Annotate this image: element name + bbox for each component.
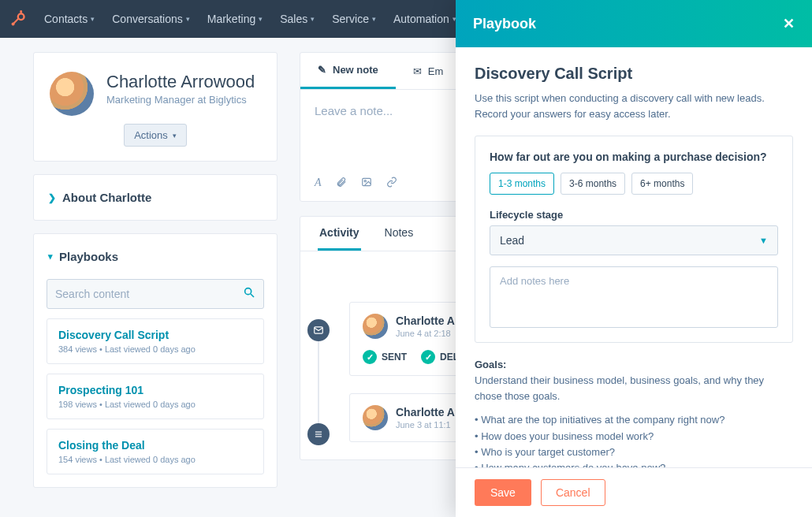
playbook-title: Prospecting 101 <box>58 384 252 396</box>
goals-body: Understand their business model, busines… <box>475 374 764 402</box>
nav-marketing[interactable]: Marketing▾ <box>199 0 270 38</box>
svg-point-8 <box>364 180 366 182</box>
playbook-item[interactable]: Prospecting 101 198 views • Last viewed … <box>47 374 264 419</box>
tab-label: Em <box>428 65 444 77</box>
select-value: Lead <box>500 234 524 247</box>
answer-pill[interactable]: 1-3 months <box>490 173 554 195</box>
playbook-meta: 198 views • Last viewed 0 days ago <box>58 400 252 409</box>
badge-label: SENT <box>382 351 407 363</box>
chevron-down-icon: ▾ <box>186 15 190 23</box>
nav-label: Sales <box>280 13 307 25</box>
status-badge: ✓ DEL <box>421 350 459 364</box>
answer-pill[interactable]: 6+ months <box>631 173 693 195</box>
actions-button[interactable]: Actions ▾ <box>124 124 187 147</box>
avatar <box>363 314 388 339</box>
chevron-right-icon: ❯ <box>48 192 56 203</box>
check-icon: ✓ <box>363 350 377 364</box>
chevron-down-icon: ▾ <box>259 15 263 23</box>
drawer-header: Playbook ✕ <box>456 0 812 47</box>
save-button[interactable]: Save <box>475 479 531 506</box>
nav-conversations[interactable]: Conversations▾ <box>104 0 198 38</box>
envelope-icon <box>307 319 330 341</box>
contact-name: Charlotte Arrowood <box>106 72 255 92</box>
envelope-icon: ✉ <box>413 65 422 77</box>
chevron-down-icon: ▼ <box>759 236 768 245</box>
text-format-icon[interactable]: A <box>315 177 322 190</box>
pencil-icon: ✎ <box>318 64 326 76</box>
about-heading: About Charlotte <box>62 191 151 204</box>
tab-email[interactable]: ✉ Em <box>396 53 461 89</box>
contact-avatar <box>50 72 94 116</box>
playbooks-card: ▾ Playbooks Discovery Call Script 384 vi… <box>33 233 277 488</box>
playbook-drawer: Playbook ✕ Discovery Call Script Use thi… <box>456 0 812 517</box>
playbook-description: Use this script when conducting a discov… <box>475 91 793 121</box>
check-icon: ✓ <box>421 350 435 364</box>
lifecycle-select[interactable]: Lead ▼ <box>490 225 778 255</box>
goals-heading: Goals: <box>475 359 506 370</box>
note-icon <box>307 423 330 445</box>
svg-line-2 <box>14 18 19 23</box>
svg-point-5 <box>245 288 251 295</box>
hubspot-logo-icon <box>9 10 27 28</box>
contact-subtitle: Marketing Manager at Biglytics <box>106 94 255 106</box>
drawer-title: Playbook <box>473 16 536 32</box>
nav-service[interactable]: Service▾ <box>324 0 384 38</box>
playbooks-heading: Playbooks <box>59 250 118 263</box>
playbooks-search[interactable] <box>47 279 264 309</box>
answer-pill[interactable]: 3-6 months <box>561 173 625 195</box>
playbook-item[interactable]: Discovery Call Script 384 views • Last v… <box>47 318 264 364</box>
tab-notes[interactable]: Notes <box>383 217 415 251</box>
nav-label: Marketing <box>207 13 255 25</box>
chevron-down-icon: ▾ <box>173 132 177 139</box>
profile-card: Charlotte Arrowood Marketing Manager at … <box>33 52 277 162</box>
avatar <box>363 405 388 430</box>
goal-bullet: What are the top initiatives at the comp… <box>475 412 793 428</box>
tab-label: New note <box>333 64 378 76</box>
nav-contacts[interactable]: Contacts▾ <box>36 0 102 38</box>
cancel-button[interactable]: Cancel <box>541 479 605 506</box>
chevron-down-icon: ▾ <box>48 251 53 262</box>
playbook-meta: 384 views • Last viewed 0 days ago <box>58 344 252 354</box>
chevron-down-icon: ▾ <box>91 15 95 23</box>
svg-line-6 <box>251 294 254 297</box>
search-icon <box>243 286 255 302</box>
tab-activity[interactable]: Activity <box>318 217 361 251</box>
search-input[interactable] <box>55 288 243 300</box>
nav-label: Service <box>332 13 369 25</box>
goal-bullet: How many customers do you have now? <box>475 460 793 467</box>
svg-point-4 <box>20 10 22 13</box>
nav-label: Contacts <box>44 13 88 25</box>
goal-bullet: Who is your target customer? <box>475 444 793 460</box>
nav-sales[interactable]: Sales▾ <box>272 0 322 38</box>
goals-section: Goals: Understand their business model, … <box>475 357 793 467</box>
chevron-down-icon: ▾ <box>311 15 315 23</box>
attachment-icon[interactable] <box>336 177 347 190</box>
nav-automation[interactable]: Automation▾ <box>386 0 464 38</box>
playbook-title: Discovery Call Script <box>58 329 252 341</box>
nav-label: Automation <box>393 13 449 25</box>
lifecycle-label: Lifecycle stage <box>490 209 778 221</box>
nav-label: Conversations <box>112 13 183 25</box>
close-icon[interactable]: ✕ <box>783 15 795 32</box>
playbook-item[interactable]: Closing the Deal 154 views • Last viewed… <box>47 429 264 474</box>
question-text: How far out are you on making a purchase… <box>490 151 778 163</box>
status-badge: ✓ SENT <box>363 350 407 364</box>
left-column: Charlotte Arrowood Marketing Manager at … <box>33 52 277 517</box>
playbook-meta: 154 views • Last viewed 0 days ago <box>58 455 252 464</box>
chevron-down-icon: ▾ <box>372 15 376 23</box>
playbook-title: Discovery Call Script <box>475 65 793 83</box>
about-card[interactable]: ❯ About Charlotte <box>33 174 277 221</box>
actions-label: Actions <box>134 129 168 141</box>
playbook-title: Closing the Deal <box>58 439 252 452</box>
goal-bullet: How does your business model work? <box>475 429 793 444</box>
image-icon[interactable] <box>361 177 372 190</box>
question-card: How far out are you on making a purchase… <box>475 136 793 343</box>
tab-new-note[interactable]: ✎ New note <box>300 53 396 89</box>
drawer-footer: Save Cancel <box>456 467 812 517</box>
link-icon[interactable] <box>386 177 397 190</box>
notes-textarea[interactable]: Add notes here <box>490 266 778 328</box>
